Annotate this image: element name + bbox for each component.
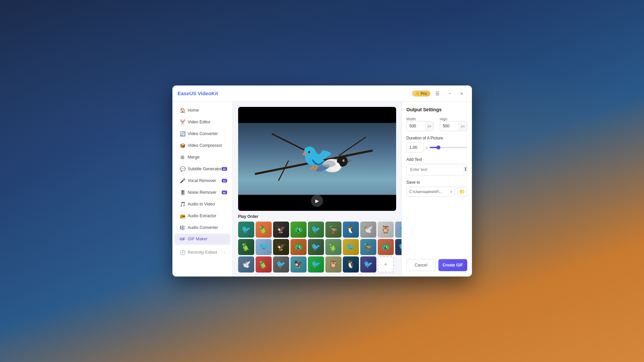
thumbnail-13[interactable]: 🦅 bbox=[273, 239, 289, 255]
pro-badge[interactable]: Pro bbox=[412, 90, 430, 97]
thumbnail-3[interactable]: 🦅 bbox=[273, 222, 289, 238]
thumbnail-18[interactable]: 🦆 bbox=[360, 239, 376, 255]
width-group: Width px bbox=[407, 117, 434, 131]
thumbnail-24[interactable]: 🦅 bbox=[290, 256, 307, 273]
sidebar-item-video-compressor[interactable]: 📦 Video Compressor bbox=[174, 140, 230, 151]
duration-slider[interactable] bbox=[430, 147, 467, 148]
sidebar-item-audio-extractor[interactable]: 📻 Audio Extractor bbox=[174, 210, 230, 222]
thumbnail-12[interactable]: 🐦 bbox=[256, 239, 272, 255]
home-icon: 🏠 bbox=[180, 108, 185, 113]
thumbnail-22[interactable]: 🦜 bbox=[256, 256, 272, 273]
svg-point-10 bbox=[315, 163, 331, 173]
sidebar-item-video-converter[interactable]: 🔄 Video Converter bbox=[174, 128, 230, 139]
recently-edited-chevron: › bbox=[224, 250, 225, 255]
title-bar-controls: Pro ☰ − × bbox=[412, 89, 466, 98]
sidebar-item-audio-to-video[interactable]: 🎵 Audio to Video bbox=[174, 198, 230, 210]
thumbnail-17[interactable]: 🐦 bbox=[343, 239, 359, 255]
sidebar-item-home[interactable]: 🏠 Home bbox=[174, 105, 230, 116]
subtitle-icon: 💬 bbox=[180, 166, 185, 172]
minimize-button[interactable]: − bbox=[445, 89, 454, 98]
app-window: EaseUS VideoKit Pro ☰ − × 🏠 Home ✂️ Vide… bbox=[172, 85, 472, 277]
thumbnail-10[interactable]: 🐦 bbox=[395, 222, 401, 238]
menu-button[interactable]: ☰ bbox=[433, 89, 442, 98]
audio-to-video-icon: 🎵 bbox=[180, 201, 185, 207]
thumbnail-11[interactable]: 🦜 bbox=[238, 239, 254, 255]
duration-slider-container: s bbox=[407, 142, 467, 153]
thumbnail-4[interactable]: 🦚 bbox=[290, 222, 307, 238]
thumbnail-9[interactable]: 🦉 bbox=[378, 222, 394, 238]
ai-badge-noise: AI bbox=[222, 191, 227, 194]
thumbnail-row-1: 🐦 🦜 🦅 🦚 🐦 🦆 🐧 🕊️ 🦉 🐦 bbox=[238, 222, 396, 238]
thumbnail-5[interactable]: 🐦 bbox=[308, 222, 324, 238]
sidebar-item-merge[interactable]: ⊞ Merge bbox=[174, 152, 230, 163]
high-input[interactable] bbox=[440, 124, 459, 128]
dimensions-group: Width px High px bbox=[407, 117, 467, 131]
thumbnail-19[interactable]: 🦚 bbox=[378, 239, 394, 255]
high-group: High px bbox=[440, 117, 467, 131]
main-content: ▶ Play Order 🐦 🦜 🦅 🦚 🐦 🦆 🐧 🕊️ 🦉 🐦 bbox=[233, 102, 401, 277]
right-panel: Output Settings Width px High bbox=[401, 102, 472, 277]
video-compressor-icon: 📦 bbox=[180, 143, 185, 148]
add-text-label: Add Text bbox=[407, 157, 467, 162]
sidebar-item-audio-converter[interactable]: 🎼 Audio Converter bbox=[174, 222, 230, 233]
thumbnail-25[interactable]: 🐦 bbox=[308, 256, 324, 273]
thumbnail-6[interactable]: 🦆 bbox=[325, 222, 341, 238]
audio-extractor-icon: 📻 bbox=[180, 213, 185, 219]
sidebar-label-video-converter: Video Converter bbox=[188, 131, 218, 136]
thumbnail-15[interactable]: 🐦 bbox=[308, 239, 324, 255]
path-text: C:\Users\admin\Pictures... bbox=[410, 190, 443, 194]
cancel-button[interactable]: Cancel bbox=[407, 259, 436, 271]
create-gif-button[interactable]: Create GIF bbox=[438, 259, 467, 271]
sidebar-label-vocal: Vocal Remover bbox=[188, 178, 216, 183]
thumbnail-7[interactable]: 🐧 bbox=[343, 222, 359, 238]
vocal-icon: 🎤 bbox=[180, 178, 185, 183]
add-thumbnail-button[interactable]: + bbox=[378, 256, 394, 273]
thumbnail-28[interactable]: 🐦 bbox=[360, 256, 376, 273]
close-button[interactable]: × bbox=[457, 89, 467, 98]
sidebar-label-audio-converter: Audio Converter bbox=[188, 225, 218, 230]
svg-point-13 bbox=[343, 160, 344, 161]
range-thumb[interactable] bbox=[436, 145, 440, 149]
thumbnail-14[interactable]: 🦚 bbox=[290, 239, 307, 255]
width-input[interactable] bbox=[407, 124, 425, 128]
path-select[interactable]: C:\Users\admin\Pictures... ▾ bbox=[407, 187, 455, 197]
folder-icon: 📁 bbox=[459, 189, 465, 194]
thumbnail-20[interactable]: 🐦 bbox=[395, 239, 401, 255]
duration-unit: s bbox=[426, 145, 428, 149]
ai-badge-subtitle: AI bbox=[222, 167, 227, 171]
ai-badge-vocal: AI bbox=[222, 179, 227, 183]
sidebar-item-vocal-remover[interactable]: 🎤 Vocal Remover AI bbox=[174, 175, 230, 186]
text-format-button[interactable]: T bbox=[464, 164, 467, 175]
thumbnail-1[interactable]: 🐦 bbox=[238, 222, 254, 238]
sidebar-item-noise-remover[interactable]: 🎚️ Noise Remover AI bbox=[174, 187, 230, 198]
sidebar-label-home: Home bbox=[188, 108, 199, 113]
thumbnail-23[interactable]: 🐦 bbox=[273, 256, 289, 273]
thumbnail-row-2: 🦜 🐦 🦅 🦚 🐦 🦜 🐦 🦆 🦚 🐦 bbox=[238, 239, 396, 255]
high-input-container: px bbox=[440, 121, 467, 131]
high-px-label: px bbox=[459, 121, 467, 131]
sidebar-item-video-editor[interactable]: ✂️ Video Editor bbox=[174, 116, 230, 128]
app-logo: EaseUS VideoKit bbox=[178, 90, 218, 96]
title-bar: EaseUS VideoKit Pro ☰ − × bbox=[172, 85, 472, 102]
thumbnail-2[interactable]: 🦜 bbox=[256, 222, 272, 238]
thumbnail-26[interactable]: 🦉 bbox=[325, 256, 341, 273]
folder-browse-button[interactable]: 📁 bbox=[457, 187, 467, 197]
svg-rect-1 bbox=[238, 107, 396, 123]
panel-title: Output Settings bbox=[407, 107, 467, 112]
width-input-container: px bbox=[407, 121, 434, 131]
duration-input[interactable] bbox=[407, 142, 424, 153]
sidebar-item-subtitle-generator[interactable]: 💬 Subtitle Generator AI bbox=[174, 163, 230, 175]
sidebar-item-gif-maker[interactable]: GIF GIF Maker bbox=[174, 234, 230, 244]
sidebar-label-audio-to-video: Audio to Video bbox=[188, 202, 215, 206]
text-input[interactable] bbox=[407, 167, 464, 172]
sidebar: 🏠 Home ✂️ Video Editor 🔄 Video Converter… bbox=[172, 102, 233, 277]
svg-point-14 bbox=[322, 161, 335, 167]
play-order-section: Play Order 🐦 🦜 🦅 🦚 🐦 🦆 🐧 🕊️ 🦉 🐦 🦜 bbox=[238, 214, 396, 274]
thumbnail-21[interactable]: 🕊️ bbox=[238, 256, 254, 273]
thumbnail-27[interactable]: 🐧 bbox=[343, 256, 359, 273]
sidebar-item-recently-edited[interactable]: 🕐 Recently Edited › bbox=[174, 247, 230, 258]
thumbnail-8[interactable]: 🕊️ bbox=[360, 222, 376, 238]
thumbnail-16[interactable]: 🦜 bbox=[325, 239, 341, 255]
video-preview: ▶ bbox=[238, 107, 396, 211]
play-button[interactable]: ▶ bbox=[311, 195, 323, 207]
